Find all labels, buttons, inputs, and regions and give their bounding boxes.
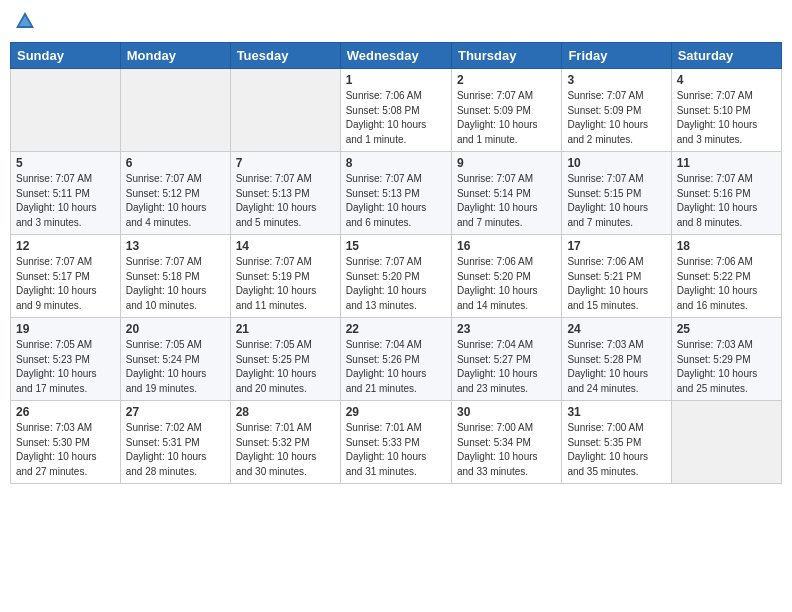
day-number: 8: [346, 156, 446, 170]
week-row-1: 1Sunrise: 7:06 AMSunset: 5:08 PMDaylight…: [11, 69, 782, 152]
week-row-5: 26Sunrise: 7:03 AMSunset: 5:30 PMDayligh…: [11, 401, 782, 484]
column-header-tuesday: Tuesday: [230, 43, 340, 69]
day-cell: 22Sunrise: 7:04 AMSunset: 5:26 PMDayligh…: [340, 318, 451, 401]
day-cell: 9Sunrise: 7:07 AMSunset: 5:14 PMDaylight…: [451, 152, 561, 235]
page-header: [10, 10, 782, 36]
column-header-sunday: Sunday: [11, 43, 121, 69]
day-cell: [120, 69, 230, 152]
day-cell: 12Sunrise: 7:07 AMSunset: 5:17 PMDayligh…: [11, 235, 121, 318]
day-info: Sunrise: 7:07 AMSunset: 5:17 PMDaylight:…: [16, 255, 115, 313]
day-info: Sunrise: 7:07 AMSunset: 5:16 PMDaylight:…: [677, 172, 776, 230]
week-row-3: 12Sunrise: 7:07 AMSunset: 5:17 PMDayligh…: [11, 235, 782, 318]
day-cell: 25Sunrise: 7:03 AMSunset: 5:29 PMDayligh…: [671, 318, 781, 401]
logo: [14, 10, 40, 36]
column-header-friday: Friday: [562, 43, 671, 69]
day-cell: 15Sunrise: 7:07 AMSunset: 5:20 PMDayligh…: [340, 235, 451, 318]
day-cell: 17Sunrise: 7:06 AMSunset: 5:21 PMDayligh…: [562, 235, 671, 318]
day-number: 26: [16, 405, 115, 419]
day-cell: 1Sunrise: 7:06 AMSunset: 5:08 PMDaylight…: [340, 69, 451, 152]
day-number: 17: [567, 239, 665, 253]
day-cell: 5Sunrise: 7:07 AMSunset: 5:11 PMDaylight…: [11, 152, 121, 235]
day-info: Sunrise: 7:07 AMSunset: 5:11 PMDaylight:…: [16, 172, 115, 230]
day-number: 22: [346, 322, 446, 336]
day-cell: 20Sunrise: 7:05 AMSunset: 5:24 PMDayligh…: [120, 318, 230, 401]
day-number: 14: [236, 239, 335, 253]
day-cell: 21Sunrise: 7:05 AMSunset: 5:25 PMDayligh…: [230, 318, 340, 401]
day-number: 31: [567, 405, 665, 419]
day-number: 10: [567, 156, 665, 170]
day-info: Sunrise: 7:00 AMSunset: 5:34 PMDaylight:…: [457, 421, 556, 479]
day-info: Sunrise: 7:03 AMSunset: 5:30 PMDaylight:…: [16, 421, 115, 479]
day-number: 4: [677, 73, 776, 87]
day-info: Sunrise: 7:05 AMSunset: 5:24 PMDaylight:…: [126, 338, 225, 396]
column-header-saturday: Saturday: [671, 43, 781, 69]
day-cell: 28Sunrise: 7:01 AMSunset: 5:32 PMDayligh…: [230, 401, 340, 484]
day-cell: 2Sunrise: 7:07 AMSunset: 5:09 PMDaylight…: [451, 69, 561, 152]
day-cell: 18Sunrise: 7:06 AMSunset: 5:22 PMDayligh…: [671, 235, 781, 318]
day-info: Sunrise: 7:04 AMSunset: 5:26 PMDaylight:…: [346, 338, 446, 396]
day-info: Sunrise: 7:06 AMSunset: 5:20 PMDaylight:…: [457, 255, 556, 313]
day-number: 12: [16, 239, 115, 253]
day-info: Sunrise: 7:07 AMSunset: 5:20 PMDaylight:…: [346, 255, 446, 313]
day-info: Sunrise: 7:06 AMSunset: 5:08 PMDaylight:…: [346, 89, 446, 147]
logo-icon: [14, 10, 36, 36]
day-cell: [671, 401, 781, 484]
day-number: 11: [677, 156, 776, 170]
day-cell: 3Sunrise: 7:07 AMSunset: 5:09 PMDaylight…: [562, 69, 671, 152]
day-number: 13: [126, 239, 225, 253]
day-cell: [11, 69, 121, 152]
day-cell: 7Sunrise: 7:07 AMSunset: 5:13 PMDaylight…: [230, 152, 340, 235]
column-header-monday: Monday: [120, 43, 230, 69]
day-info: Sunrise: 7:01 AMSunset: 5:32 PMDaylight:…: [236, 421, 335, 479]
day-info: Sunrise: 7:07 AMSunset: 5:19 PMDaylight:…: [236, 255, 335, 313]
calendar-table: SundayMondayTuesdayWednesdayThursdayFrid…: [10, 42, 782, 484]
column-header-thursday: Thursday: [451, 43, 561, 69]
day-cell: 11Sunrise: 7:07 AMSunset: 5:16 PMDayligh…: [671, 152, 781, 235]
day-info: Sunrise: 7:05 AMSunset: 5:25 PMDaylight:…: [236, 338, 335, 396]
day-info: Sunrise: 7:07 AMSunset: 5:09 PMDaylight:…: [567, 89, 665, 147]
day-info: Sunrise: 7:03 AMSunset: 5:29 PMDaylight:…: [677, 338, 776, 396]
day-info: Sunrise: 7:07 AMSunset: 5:10 PMDaylight:…: [677, 89, 776, 147]
day-cell: 30Sunrise: 7:00 AMSunset: 5:34 PMDayligh…: [451, 401, 561, 484]
day-cell: 8Sunrise: 7:07 AMSunset: 5:13 PMDaylight…: [340, 152, 451, 235]
day-info: Sunrise: 7:07 AMSunset: 5:18 PMDaylight:…: [126, 255, 225, 313]
day-cell: 31Sunrise: 7:00 AMSunset: 5:35 PMDayligh…: [562, 401, 671, 484]
day-number: 30: [457, 405, 556, 419]
day-number: 3: [567, 73, 665, 87]
day-number: 19: [16, 322, 115, 336]
header-row: SundayMondayTuesdayWednesdayThursdayFrid…: [11, 43, 782, 69]
day-info: Sunrise: 7:07 AMSunset: 5:13 PMDaylight:…: [236, 172, 335, 230]
day-info: Sunrise: 7:07 AMSunset: 5:13 PMDaylight:…: [346, 172, 446, 230]
day-info: Sunrise: 7:04 AMSunset: 5:27 PMDaylight:…: [457, 338, 556, 396]
day-cell: 13Sunrise: 7:07 AMSunset: 5:18 PMDayligh…: [120, 235, 230, 318]
day-number: 16: [457, 239, 556, 253]
day-number: 9: [457, 156, 556, 170]
day-info: Sunrise: 7:01 AMSunset: 5:33 PMDaylight:…: [346, 421, 446, 479]
day-cell: 24Sunrise: 7:03 AMSunset: 5:28 PMDayligh…: [562, 318, 671, 401]
day-info: Sunrise: 7:06 AMSunset: 5:21 PMDaylight:…: [567, 255, 665, 313]
day-number: 27: [126, 405, 225, 419]
day-cell: 16Sunrise: 7:06 AMSunset: 5:20 PMDayligh…: [451, 235, 561, 318]
day-cell: 26Sunrise: 7:03 AMSunset: 5:30 PMDayligh…: [11, 401, 121, 484]
week-row-4: 19Sunrise: 7:05 AMSunset: 5:23 PMDayligh…: [11, 318, 782, 401]
day-number: 24: [567, 322, 665, 336]
day-number: 2: [457, 73, 556, 87]
day-info: Sunrise: 7:00 AMSunset: 5:35 PMDaylight:…: [567, 421, 665, 479]
day-cell: 29Sunrise: 7:01 AMSunset: 5:33 PMDayligh…: [340, 401, 451, 484]
day-number: 15: [346, 239, 446, 253]
day-number: 5: [16, 156, 115, 170]
column-header-wednesday: Wednesday: [340, 43, 451, 69]
day-number: 25: [677, 322, 776, 336]
day-cell: 6Sunrise: 7:07 AMSunset: 5:12 PMDaylight…: [120, 152, 230, 235]
day-cell: [230, 69, 340, 152]
day-info: Sunrise: 7:07 AMSunset: 5:15 PMDaylight:…: [567, 172, 665, 230]
day-info: Sunrise: 7:03 AMSunset: 5:28 PMDaylight:…: [567, 338, 665, 396]
day-info: Sunrise: 7:07 AMSunset: 5:14 PMDaylight:…: [457, 172, 556, 230]
day-info: Sunrise: 7:02 AMSunset: 5:31 PMDaylight:…: [126, 421, 225, 479]
day-number: 6: [126, 156, 225, 170]
week-row-2: 5Sunrise: 7:07 AMSunset: 5:11 PMDaylight…: [11, 152, 782, 235]
day-info: Sunrise: 7:07 AMSunset: 5:12 PMDaylight:…: [126, 172, 225, 230]
day-number: 18: [677, 239, 776, 253]
day-number: 21: [236, 322, 335, 336]
day-number: 23: [457, 322, 556, 336]
